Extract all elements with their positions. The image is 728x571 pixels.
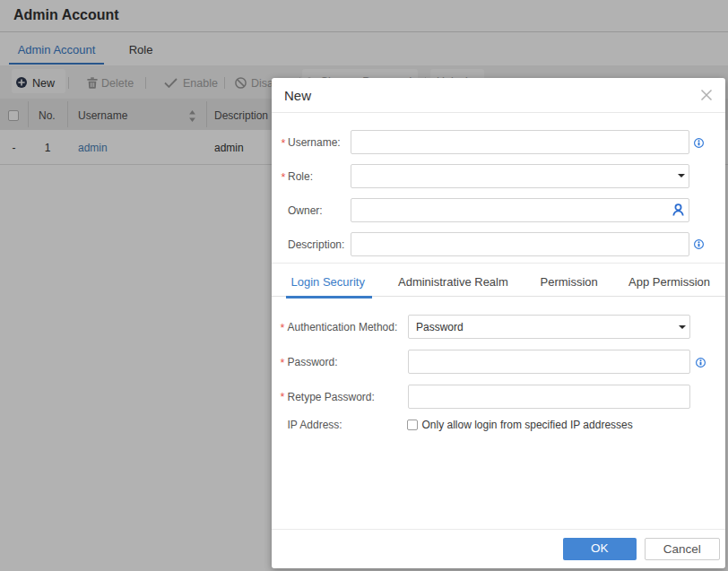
ip-restrict-label[interactable]: Only allow login from specified IP addre…	[422, 418, 633, 432]
tab-app-permission[interactable]: App Permission	[628, 274, 710, 290]
ip-address-label: IP Address:	[288, 418, 342, 432]
description-input[interactable]	[351, 232, 689, 256]
required-marker: *	[281, 320, 285, 334]
cancel-button[interactable]: Cancel	[645, 538, 720, 560]
username-label: Username:	[288, 135, 341, 150]
owner-label: Owner:	[288, 203, 323, 218]
dialog-header: New	[272, 78, 725, 113]
info-icon[interactable]	[696, 358, 706, 368]
role-label: Role:	[288, 169, 313, 184]
ip-restrict-checkbox[interactable]	[407, 420, 418, 430]
role-select[interactable]	[351, 164, 689, 188]
auth-method-value: Password	[416, 320, 464, 334]
description-label: Description:	[288, 238, 344, 252]
tab-login-security[interactable]: Login Security	[291, 274, 365, 290]
auth-method-label: Authentication Method:	[288, 320, 398, 334]
footer-divider	[272, 529, 725, 530]
screen: Admin Account Admin Account Role New Del…	[0, 0, 728, 571]
info-icon[interactable]	[694, 239, 704, 249]
retype-password-label: Retype Password:	[288, 390, 375, 404]
username-input[interactable]	[351, 130, 689, 154]
password-input[interactable]	[408, 350, 690, 374]
required-marker: *	[282, 135, 286, 150]
required-marker: *	[282, 169, 286, 184]
dialog-tab-bar: Login Security Administrative Realm Perm…	[272, 263, 725, 297]
ok-button[interactable]: OK	[563, 538, 637, 560]
chevron-down-icon	[679, 325, 686, 329]
owner-input[interactable]	[351, 198, 689, 222]
required-marker: *	[281, 355, 285, 369]
required-marker: *	[281, 389, 285, 403]
info-icon[interactable]	[694, 138, 704, 148]
password-label: Password:	[288, 355, 338, 369]
active-tab-underline	[286, 296, 372, 298]
retype-password-input[interactable]	[408, 385, 690, 409]
close-icon[interactable]	[699, 88, 714, 102]
dialog-title: New	[284, 88, 311, 103]
chevron-down-icon	[678, 174, 685, 177]
tab-permission[interactable]: Permission	[541, 274, 598, 290]
person-icon[interactable]	[672, 203, 684, 216]
new-dialog: New * Username: * Role: Owner: Descripti…	[272, 78, 725, 568]
tab-administrative-realm[interactable]: Administrative Realm	[398, 274, 508, 290]
